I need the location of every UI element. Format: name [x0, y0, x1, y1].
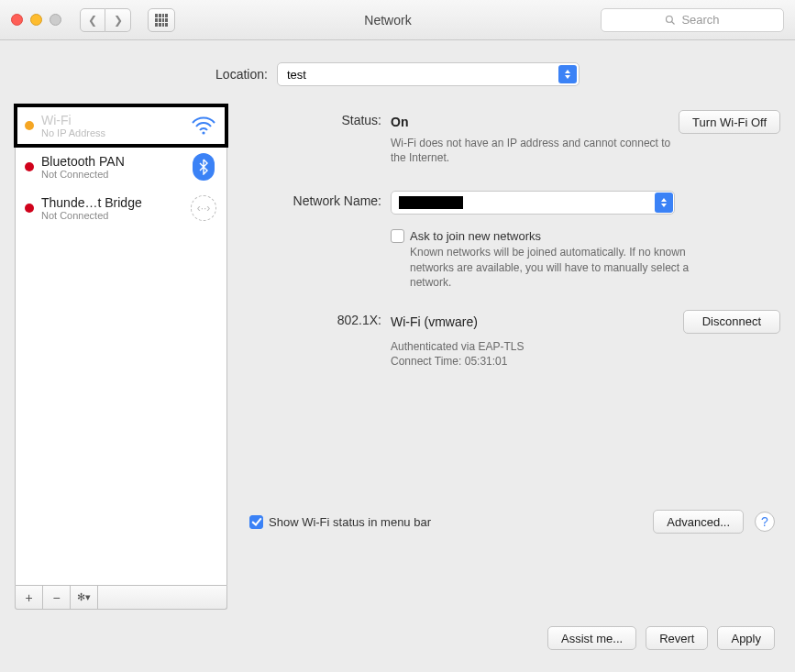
ask-join-label: Ask to join new networks — [410, 229, 541, 243]
detail-panel: Status: On Turn Wi-Fi Off Wi-Fi does not… — [244, 105, 780, 610]
add-interface-button[interactable]: + — [16, 586, 43, 610]
minimize-icon[interactable] — [30, 14, 42, 26]
ask-join-row[interactable]: Ask to join new networks — [391, 229, 780, 243]
bottom-bar: Show Wi-Fi status in menu bar Advanced..… — [244, 510, 780, 534]
status-label: Status: — [244, 110, 391, 127]
eap-profile: Wi-Fi (vmware) — [391, 314, 478, 329]
search-icon — [665, 15, 676, 26]
ask-join-help: Known networks will be joined automatica… — [410, 245, 703, 290]
revert-button[interactable]: Revert — [646, 626, 708, 650]
thunderbolt-icon: ‹··› — [190, 195, 217, 221]
interfaces-sidebar: Wi-Fi No IP Address Bluetooth PAN Not Co… — [15, 105, 227, 586]
eap-disconnect-button[interactable]: Disconnect — [683, 310, 780, 334]
help-button[interactable]: ? — [755, 512, 775, 532]
menubar-check-label: Show Wi-Fi status in menu bar — [269, 515, 431, 529]
window-title: Network — [186, 13, 590, 28]
wifi-icon — [190, 116, 217, 136]
bluetooth-icon — [190, 153, 217, 181]
zoom-icon[interactable] — [50, 14, 61, 26]
svg-point-2 — [202, 131, 204, 134]
interface-name: Bluetooth PAN — [41, 154, 182, 169]
chevron-updown-icon — [558, 65, 577, 83]
sidebar-footer: + − ✻▾ — [15, 586, 227, 610]
status-value: On — [391, 115, 408, 129]
status-dot-icon — [25, 162, 34, 171]
chevron-updown-icon — [655, 193, 673, 213]
interface-options-button[interactable]: ✻▾ — [71, 586, 98, 610]
status-help-text: Wi-Fi does not have an IP address and ca… — [391, 136, 684, 165]
remove-interface-button[interactable]: − — [43, 586, 71, 610]
svg-line-1 — [672, 21, 675, 24]
interface-name: Thunde…t Bridge — [41, 195, 182, 210]
nav-buttons: ❮ ❯ — [80, 8, 131, 32]
eap-time-line: Connect Time: 05:31:01 — [391, 354, 684, 369]
network-name-value — [399, 196, 463, 209]
location-row: Location: test — [9, 62, 786, 86]
sidebar-item-wifi[interactable]: Wi-Fi No IP Address — [16, 105, 226, 146]
forward-button[interactable]: ❯ — [105, 8, 131, 32]
interface-status: Not Connected — [41, 169, 182, 180]
interface-name: Wi-Fi — [41, 113, 182, 127]
interface-status: Not Connected — [41, 210, 182, 221]
search-input[interactable]: Search — [601, 8, 784, 32]
interface-status: No IP Address — [41, 127, 182, 138]
action-bar: Assist me... Revert Apply — [9, 610, 786, 650]
wifi-toggle-button[interactable]: Turn Wi-Fi Off — [679, 110, 780, 134]
network-name-select[interactable] — [391, 191, 675, 215]
svg-point-0 — [667, 16, 673, 22]
ask-join-checkbox[interactable] — [391, 229, 404, 243]
location-label: Location: — [215, 67, 268, 82]
assist-button[interactable]: Assist me... — [547, 626, 636, 650]
sidebar-item-thunderbolt[interactable]: Thunde…t Bridge Not Connected ‹··› — [16, 188, 226, 228]
close-icon[interactable] — [11, 14, 23, 26]
apply-button[interactable]: Apply — [717, 626, 775, 650]
eap-auth-line: Authenticated via EAP-TLS — [391, 339, 684, 354]
network-name-label: Network Name: — [244, 191, 391, 208]
search-placeholder: Search — [681, 13, 719, 27]
location-select[interactable]: test — [277, 62, 580, 86]
status-dot-icon — [25, 204, 34, 213]
status-dot-icon — [25, 121, 34, 130]
location-value: test — [287, 68, 306, 82]
titlebar: ❮ ❯ Network Search — [0, 0, 795, 40]
back-button[interactable]: ❮ — [80, 8, 105, 32]
traffic-lights — [11, 14, 61, 26]
menubar-checkbox[interactable] — [249, 515, 263, 529]
all-prefs-button[interactable] — [148, 8, 175, 32]
eap-label: 802.1X: — [244, 310, 391, 327]
menubar-check-row[interactable]: Show Wi-Fi status in menu bar — [249, 515, 431, 529]
advanced-button[interactable]: Advanced... — [653, 510, 744, 534]
sidebar-item-bluetooth[interactable]: Bluetooth PAN Not Connected — [16, 146, 226, 188]
